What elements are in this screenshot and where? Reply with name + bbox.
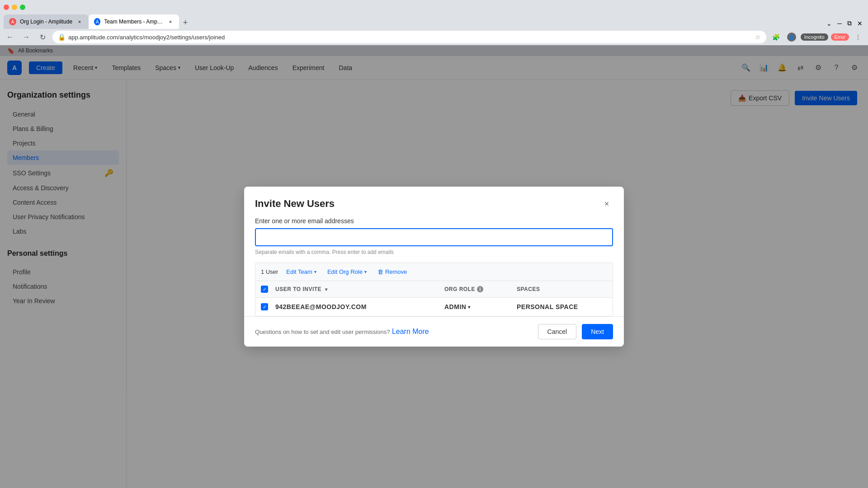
browser-top-bar xyxy=(0,0,868,14)
remove-button[interactable]: 🗑 Remove xyxy=(375,267,410,276)
tab1-close[interactable]: × xyxy=(76,18,83,25)
role-chevron: ▾ xyxy=(468,305,471,310)
user-count: 1 User xyxy=(261,268,278,275)
menu-button[interactable]: ⋮ xyxy=(852,31,864,43)
window-minimize[interactable] xyxy=(12,5,17,10)
role-info-icon[interactable]: i xyxy=(477,286,483,292)
tab2-title: Team Members - Amplitude xyxy=(104,19,163,25)
email-label: Enter one or more email addresses xyxy=(255,217,613,225)
email-hint: Separate emails with a comma. Press ente… xyxy=(255,249,613,255)
spaces-cell: Personal Space xyxy=(517,303,607,310)
user-sort-chevron[interactable]: ▾ xyxy=(325,287,328,292)
next-button[interactable]: Next xyxy=(582,324,613,339)
browser-actions: 🧩 👤 Incognito Error ⋮ xyxy=(770,31,864,43)
address-text: app.amplitude.com/analytics/moodjoy2/set… xyxy=(68,34,752,41)
restore-button[interactable]: ⧉ xyxy=(845,18,854,29)
user-email-cell: 942beeae@moodjoy.com xyxy=(275,303,444,310)
remove-icon: 🗑 xyxy=(377,268,383,275)
tab2-favicon: A xyxy=(94,18,100,25)
modal-close-button[interactable]: × xyxy=(600,197,613,210)
learn-more-link[interactable]: Learn More xyxy=(392,328,429,335)
back-button[interactable]: ← xyxy=(4,31,16,43)
browser-tab-2[interactable]: A Team Members - Amplitude × xyxy=(89,14,179,29)
window-maximize[interactable] xyxy=(20,5,25,10)
edit-org-role-button[interactable]: Edit Org Role ▾ xyxy=(325,267,369,276)
modal-footer: Questions on how to set and edit user pe… xyxy=(244,316,624,347)
invite-modal: Invite New Users × Enter one or more ema… xyxy=(244,187,624,347)
new-tab-button[interactable]: + xyxy=(179,16,192,29)
modal-header: Invite New Users × xyxy=(244,187,624,217)
forward-button[interactable]: → xyxy=(20,31,33,43)
browser-chrome: A Org Login - Amplitude × A Team Members… xyxy=(0,0,868,45)
user-table: 1 User Edit Team ▾ Edit Org Role ▾ 🗑 Rem… xyxy=(255,263,613,316)
profile-avatar: 👤 xyxy=(787,33,796,42)
modal-title: Invite New Users xyxy=(255,198,335,210)
footer-question-area: Questions on how to set and edit user pe… xyxy=(255,328,429,336)
select-all-checkbox[interactable]: ✓ xyxy=(261,286,268,293)
extensions-icon[interactable]: 🧩 xyxy=(770,31,783,43)
header-checkbox-col: ✓ xyxy=(261,286,275,293)
browser-tab-1[interactable]: A Org Login - Amplitude × xyxy=(4,14,89,29)
table-header-row: ✓ USER TO INVITE ▾ ORG ROLE i SPACES xyxy=(255,281,613,298)
footer-actions: Cancel Next xyxy=(538,324,613,339)
email-input[interactable] xyxy=(255,228,613,246)
table-controls: 1 User Edit Team ▾ Edit Org Role ▾ 🗑 Rem… xyxy=(255,263,613,281)
tab1-title: Org Login - Amplitude xyxy=(20,19,72,25)
window-close[interactable] xyxy=(4,5,9,10)
address-bar-row: ← → ↻ 🔒 app.amplitude.com/analytics/mood… xyxy=(0,29,868,45)
footer-question: Questions on how to set and edit user pe… xyxy=(255,328,390,335)
edit-org-chevron: ▾ xyxy=(364,269,367,274)
row-checkbox-col: ✓ xyxy=(261,303,275,310)
col-spaces-header: SPACES xyxy=(517,286,607,292)
tab-list-button[interactable]: ⌄ xyxy=(825,18,834,29)
role-cell: Admin ▾ xyxy=(444,303,517,310)
tab2-close[interactable]: × xyxy=(167,18,174,25)
tab1-favicon: A xyxy=(9,18,16,25)
modal-body: Enter one or more email addresses Separa… xyxy=(244,217,624,316)
incognito-badge: Incognito xyxy=(801,33,828,41)
profile-icon[interactable]: 👤 xyxy=(785,31,798,43)
refresh-button[interactable]: ↻ xyxy=(36,31,49,43)
browser-close-button[interactable]: ✕ xyxy=(855,18,864,29)
col-role-header: ORG ROLE i xyxy=(444,286,517,292)
error-badge[interactable]: Error xyxy=(831,33,849,41)
cancel-button[interactable]: Cancel xyxy=(538,324,577,339)
col-user-header: USER TO INVITE ▾ xyxy=(275,286,444,292)
modal-overlay[interactable]: Invite New Users × Enter one or more ema… xyxy=(0,45,868,488)
address-bar[interactable]: 🔒 app.amplitude.com/analytics/moodjoy2/s… xyxy=(52,31,766,43)
star-icon[interactable]: ☆ xyxy=(755,33,761,41)
table-row: ✓ 942beeae@moodjoy.com Admin ▾ Personal … xyxy=(255,298,613,316)
users-table: ✓ USER TO INVITE ▾ ORG ROLE i SPACES xyxy=(255,281,613,316)
lock-icon: 🔒 xyxy=(58,33,66,41)
role-dropdown[interactable]: Admin ▾ xyxy=(444,303,471,310)
edit-team-button[interactable]: Edit Team ▾ xyxy=(283,267,319,276)
row-checkbox[interactable]: ✓ xyxy=(261,303,268,310)
minimize-button[interactable]: ─ xyxy=(835,18,844,29)
edit-team-chevron: ▾ xyxy=(314,269,316,274)
